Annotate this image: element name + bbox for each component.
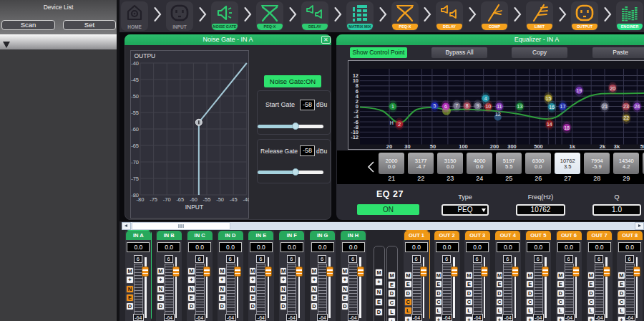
- svg-text:2: 2: [398, 122, 401, 127]
- svg-text:4: 4: [484, 96, 487, 101]
- svg-text:7: 7: [455, 103, 458, 108]
- svg-text:-45: -45: [230, 196, 238, 203]
- svg-text:20: 20: [610, 86, 615, 91]
- svg-text:-50: -50: [131, 93, 139, 100]
- svg-text:20: 20: [386, 143, 392, 149]
- svg-text:50: 50: [430, 143, 436, 149]
- svg-text:-70: -70: [163, 196, 171, 203]
- svg-text:5k: 5k: [640, 143, 644, 149]
- svg-text:-55: -55: [203, 196, 211, 203]
- svg-text:9: 9: [477, 103, 479, 108]
- svg-text:-65: -65: [131, 143, 139, 149]
- svg-text:30: 30: [404, 143, 410, 149]
- svg-text:-75: -75: [150, 196, 157, 203]
- svg-text:19: 19: [576, 88, 582, 93]
- svg-text:200: 200: [490, 143, 499, 149]
- svg-text:17: 17: [560, 104, 566, 109]
- svg-text:100: 100: [459, 143, 468, 149]
- svg-text:-60: -60: [190, 196, 197, 203]
- svg-text:3k: 3k: [614, 143, 620, 149]
- svg-text:-80: -80: [131, 192, 139, 198]
- svg-text:16: 16: [549, 105, 555, 110]
- svg-text:-60: -60: [131, 126, 139, 133]
- svg-text:14: 14: [547, 122, 552, 127]
- svg-text:11: 11: [497, 104, 502, 109]
- svg-text:OUTPU: OUTPU: [135, 52, 156, 59]
- svg-text:-12: -12: [351, 134, 358, 140]
- svg-text:24: 24: [634, 104, 640, 109]
- svg-text:300: 300: [507, 143, 517, 149]
- svg-text:18: 18: [564, 125, 570, 130]
- svg-text:-75: -75: [131, 176, 139, 182]
- svg-text:-50: -50: [216, 196, 224, 203]
- svg-text:22: 22: [623, 115, 629, 120]
- svg-text:10: 10: [485, 104, 491, 109]
- svg-text:13: 13: [517, 104, 523, 109]
- svg-text:2k: 2k: [600, 143, 606, 149]
- svg-text:500: 500: [534, 143, 543, 149]
- svg-text:-65: -65: [176, 196, 184, 203]
- svg-text:1: 1: [391, 104, 394, 109]
- svg-text:-55: -55: [131, 110, 139, 116]
- svg-text:21: 21: [602, 104, 608, 109]
- svg-text:1k: 1k: [570, 143, 576, 149]
- svg-text:6: 6: [444, 104, 447, 109]
- svg-text:-45: -45: [131, 77, 139, 83]
- svg-text:-40: -40: [131, 60, 139, 67]
- svg-text:-40: -40: [243, 196, 249, 203]
- svg-text:8: 8: [466, 103, 469, 108]
- svg-text:15: 15: [546, 96, 552, 101]
- svg-text:INPUT: INPUT: [185, 203, 204, 211]
- svg-text:H: H: [390, 120, 394, 125]
- svg-text:12: 12: [495, 112, 501, 117]
- svg-text:23: 23: [623, 104, 629, 109]
- svg-text:5: 5: [433, 103, 436, 108]
- svg-text:-70: -70: [131, 159, 139, 166]
